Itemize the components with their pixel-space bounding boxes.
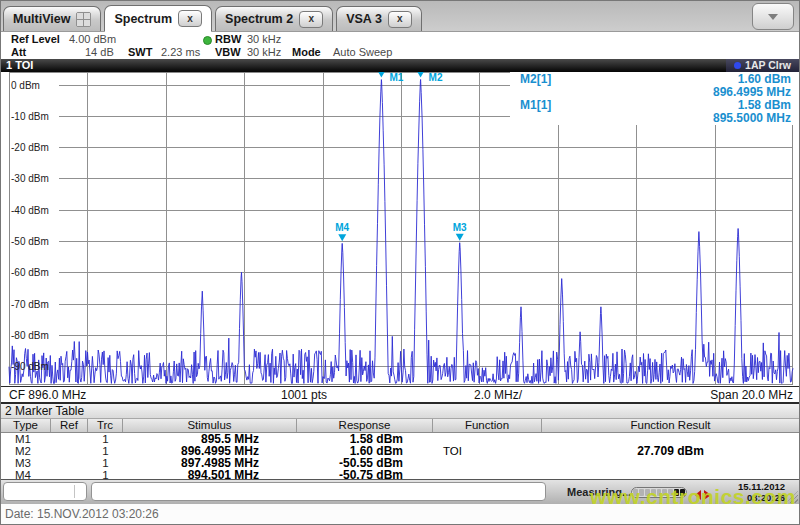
y-axis-tick-label: -40 dBm — [11, 204, 49, 215]
mode-value[interactable]: Auto Sweep — [333, 46, 392, 58]
marker-table-cell-stimulus: 896.4995 MHz — [123, 445, 297, 457]
att-label[interactable]: Att — [11, 46, 26, 58]
close-icon[interactable]: x — [388, 11, 412, 28]
spectrum-analyzer-window: MultiView Spectrum x Spectrum 2 x VSA 3 … — [0, 0, 800, 525]
column-header: Trc — [88, 419, 123, 432]
column-header: Function — [433, 419, 542, 432]
column-header: Stimulus — [123, 419, 297, 432]
status-dot-icon — [203, 36, 212, 45]
ref-level-label[interactable]: Ref Level — [11, 33, 60, 45]
marker-table-cell-function — [433, 457, 542, 469]
marker-table-cell-stimulus: 895.5 MHz — [123, 433, 297, 445]
column-header: Ref — [51, 419, 88, 432]
marker-label: M2 — [429, 72, 443, 83]
marker-readout-panel: M2[1] 1.60 dBm 896.4995 MHz M1[1] 1.58 d… — [510, 72, 793, 125]
rbw-value[interactable]: 30 kHz — [247, 33, 281, 45]
vbw-value[interactable]: 30 kHz — [247, 46, 281, 58]
marker-table-cell-ref — [51, 457, 88, 469]
chart-title-bar: 1 TOI 1AP Clrw — [1, 59, 799, 72]
column-header: Type — [1, 419, 51, 432]
marker-table-title: 2 Marker Table — [1, 404, 799, 419]
marker-table-row[interactable]: M11895.5 MHz1.58 dBm — [1, 433, 799, 445]
marker-table-cell-type: M3 — [1, 457, 51, 469]
marker-table-body: M11895.5 MHz1.58 dBmM21896.4995 MHz1.60 … — [1, 433, 799, 481]
marker-table-cell-response: -50.55 dBm — [297, 457, 433, 469]
y-axis-tick-label: -10 dBm — [11, 110, 49, 121]
trace-chip[interactable]: 1AP Clrw — [726, 59, 799, 72]
watermark: www.cntronics.com — [590, 485, 796, 509]
tab-multiview[interactable]: MultiView — [3, 6, 101, 31]
column-header: Function Result — [542, 419, 799, 432]
marker-icon[interactable] — [456, 234, 464, 241]
tab-bar: MultiView Spectrum x Spectrum 2 x VSA 3 … — [1, 1, 799, 32]
trace-dot-icon — [734, 62, 741, 69]
marker-table-cell-type: M2 — [1, 445, 51, 457]
swt-value[interactable]: 2.23 ms — [161, 46, 200, 58]
marker-table-cell-trc: 1 — [88, 445, 123, 457]
tab-vsa-3[interactable]: VSA 3 x — [336, 6, 422, 31]
marker-label: M1 — [389, 72, 403, 83]
y-axis-tick-label: -80 dBm — [11, 329, 49, 340]
vbw-label[interactable]: VBW — [215, 46, 241, 58]
marker-label: M4 — [335, 222, 349, 233]
marker-name: M1[1] — [520, 99, 551, 112]
tab-label: Spectrum — [114, 12, 172, 26]
tab-label: VSA 3 — [346, 12, 382, 26]
y-axis-tick-label: -20 dBm — [11, 142, 49, 153]
marker-table-row[interactable]: M31897.4985 MHz-50.55 dBm — [1, 457, 799, 469]
marker-table-cell-function: TOI — [433, 445, 542, 457]
rbw-label[interactable]: RBW — [215, 33, 241, 45]
y-axis-tick-label: -60 dBm — [11, 267, 49, 278]
marker-label: M3 — [453, 222, 467, 233]
swt-label[interactable]: SWT — [128, 46, 152, 58]
marker-table-cell-ref — [51, 445, 88, 457]
marker-table-row[interactable]: M21896.4995 MHz1.60 dBmTOI27.709 dBm — [1, 445, 799, 457]
ref-level-value[interactable]: 4.00 dBm — [69, 33, 116, 45]
att-value[interactable]: 14 dB — [85, 46, 114, 58]
chevron-down-icon[interactable] — [752, 3, 794, 30]
center-frequency[interactable]: CF 896.0 MHz — [9, 388, 86, 402]
marker-table-cell-response: 1.60 dBm — [297, 445, 433, 457]
marker-table-cell-ref — [51, 433, 88, 445]
status-message-field[interactable] — [91, 482, 546, 501]
tab-label: MultiView — [13, 12, 70, 26]
tab-spectrum[interactable]: Spectrum x — [104, 5, 212, 32]
close-icon[interactable]: x — [178, 10, 202, 27]
span-value[interactable]: Span 20.0 MHz — [710, 388, 793, 402]
column-header: Response — [297, 419, 433, 432]
marker-table-cell-response: 1.58 dBm — [297, 433, 433, 445]
marker-table-cell-result — [542, 433, 799, 445]
grid-icon — [76, 12, 91, 27]
marker-table: 2 Marker Table Type Ref Trc Stimulus Res… — [1, 404, 799, 479]
trace-label: 1AP Clrw — [745, 59, 791, 72]
marker-table-cell-trc: 1 — [88, 433, 123, 445]
tab-label: Spectrum 2 — [225, 12, 293, 26]
settings-bar: Ref Level 4.00 dBm RBW 30 kHz Att 14 dB … — [1, 32, 799, 59]
mode-label[interactable]: Mode — [292, 46, 321, 58]
sweep-points: 1001 pts — [281, 388, 327, 402]
spectrum-plot[interactable]: M4M1M2M3 0 dBm-10 dBm-20 dBm-30 dBm-40 d… — [1, 72, 799, 386]
x-axis-bar: CF 896.0 MHz 1001 pts 2.0 MHz/ Span 20.0… — [1, 386, 799, 404]
marker-icon[interactable] — [338, 234, 346, 241]
marker-frequency: 895.5000 MHz — [520, 112, 791, 125]
tab-spectrum-2[interactable]: Spectrum 2 x — [215, 6, 333, 31]
y-axis-tick-label: -30 dBm — [11, 173, 49, 184]
marker-name: M2[1] — [520, 73, 551, 86]
y-axis-tick-label: 0 dBm — [11, 79, 40, 90]
marker-table-cell-type: M1 — [1, 433, 51, 445]
marker-table-cell-trc: 1 — [88, 457, 123, 469]
y-axis-tick-label: -50 dBm — [11, 236, 49, 247]
marker-table-cell-result — [542, 457, 799, 469]
y-axis-tick-label: -70 dBm — [11, 298, 49, 309]
marker-table-cell-result: 27.709 dBm — [542, 445, 799, 457]
scale-per-division: 2.0 MHz/ — [474, 388, 522, 402]
chart-title: 1 TOI — [6, 59, 33, 72]
marker-table-cell-function — [433, 433, 542, 445]
marker-table-cell-stimulus: 897.4985 MHz — [123, 457, 297, 469]
status-field[interactable] — [3, 482, 87, 501]
marker-table-header: Type Ref Trc Stimulus Response Function … — [1, 419, 799, 433]
y-axis-tick-label: -90 dBm — [11, 361, 49, 372]
close-icon[interactable]: x — [299, 11, 323, 28]
